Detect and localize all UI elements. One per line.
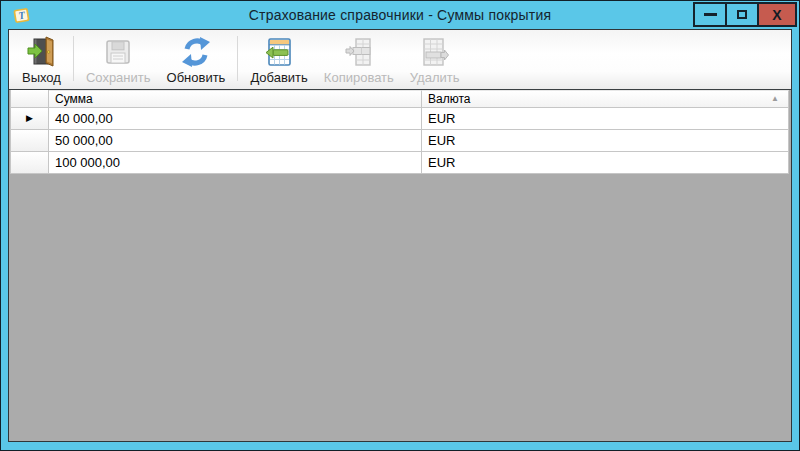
- close-icon: X: [772, 8, 781, 22]
- current-row-marker-icon: ▶: [26, 114, 33, 123]
- refresh-button-label: Обновить: [167, 70, 226, 85]
- cell-currency[interactable]: EUR: [422, 130, 789, 152]
- row-header[interactable]: [11, 130, 49, 152]
- row-header[interactable]: [11, 152, 49, 174]
- minimize-button[interactable]: [693, 2, 727, 27]
- delete-row-icon: [419, 36, 451, 68]
- toolbar: Выход Сохранить: [9, 30, 791, 90]
- delete-button-label: Удалить: [410, 70, 460, 85]
- close-button[interactable]: X: [757, 2, 797, 27]
- exit-door-icon: [25, 36, 57, 68]
- cell-currency[interactable]: EUR: [422, 108, 789, 130]
- table-row[interactable]: ▶ 40 000,00 EUR: [11, 108, 789, 130]
- cell-amount[interactable]: 40 000,00: [49, 108, 422, 130]
- exit-button-label: Выход: [22, 70, 61, 85]
- add-button-label: Добавить: [250, 70, 307, 85]
- data-grid: Сумма Валюта ▲ ▶ 40 000,00 EUR: [10, 90, 789, 174]
- refresh-button[interactable]: Обновить: [159, 33, 234, 89]
- cell-amount[interactable]: 100 000,00: [49, 152, 422, 174]
- grid-corner-cell[interactable]: [11, 90, 49, 108]
- minimize-icon: [704, 13, 717, 16]
- copy-button[interactable]: Копировать: [316, 33, 402, 89]
- grid-header-row: Сумма Валюта ▲: [11, 90, 789, 108]
- column-header-currency[interactable]: Валюта ▲: [422, 90, 789, 108]
- titlebar[interactable]: T Страхование справочники - Суммы покрыт…: [1, 1, 799, 29]
- copy-button-label: Копировать: [324, 70, 394, 85]
- window-title: Страхование справочники - Суммы покрытия: [1, 1, 799, 29]
- refresh-icon: [180, 36, 212, 68]
- column-header-amount[interactable]: Сумма: [49, 90, 422, 108]
- cell-currency[interactable]: EUR: [422, 152, 789, 174]
- exit-button[interactable]: Выход: [14, 33, 69, 89]
- window-content: Выход Сохранить: [8, 29, 792, 442]
- grid-area: Сумма Валюта ▲ ▶ 40 000,00 EUR: [9, 90, 791, 441]
- toolbar-separator: [237, 36, 238, 81]
- maximize-button[interactable]: [725, 2, 759, 27]
- app-window: T Страхование справочники - Суммы покрыт…: [0, 0, 800, 451]
- table-row[interactable]: 100 000,00 EUR: [11, 152, 789, 174]
- window-controls: X: [695, 2, 797, 27]
- add-row-icon: [263, 36, 295, 68]
- copy-row-icon: [343, 36, 375, 68]
- save-button-label: Сохранить: [86, 70, 151, 85]
- save-button[interactable]: Сохранить: [78, 33, 159, 89]
- row-header[interactable]: ▶: [11, 108, 49, 130]
- toolbar-separator: [73, 36, 74, 81]
- delete-button[interactable]: Удалить: [402, 33, 468, 89]
- save-icon: [102, 36, 134, 68]
- table-row[interactable]: 50 000,00 EUR: [11, 130, 789, 152]
- add-button[interactable]: Добавить: [242, 33, 315, 89]
- maximize-icon: [737, 10, 747, 19]
- sort-ascending-icon: ▲: [771, 95, 779, 103]
- cell-amount[interactable]: 50 000,00: [49, 130, 422, 152]
